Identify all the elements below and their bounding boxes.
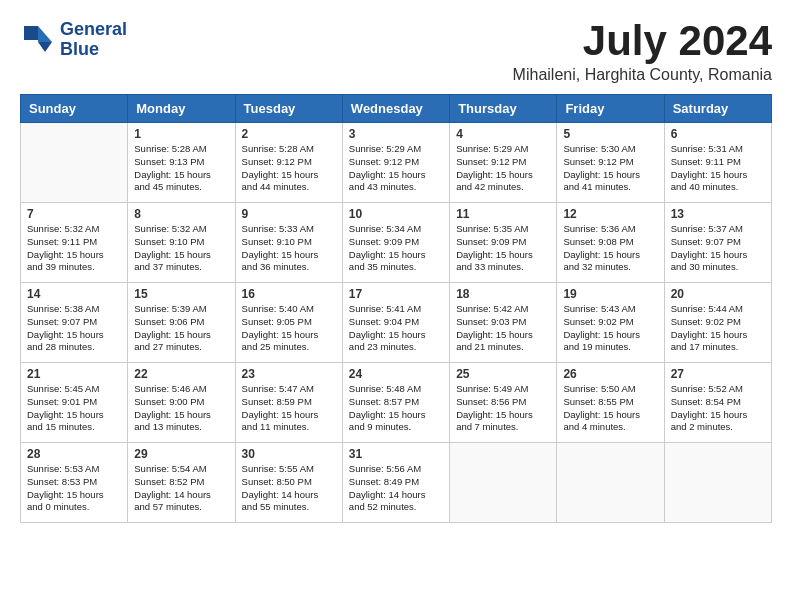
calendar-cell: 17Sunrise: 5:41 AM Sunset: 9:04 PM Dayli… xyxy=(342,283,449,363)
day-number: 15 xyxy=(134,287,228,301)
day-number: 16 xyxy=(242,287,336,301)
calendar-cell: 22Sunrise: 5:46 AM Sunset: 9:00 PM Dayli… xyxy=(128,363,235,443)
day-header-tuesday: Tuesday xyxy=(235,95,342,123)
day-number: 6 xyxy=(671,127,765,141)
day-info: Sunrise: 5:56 AM Sunset: 8:49 PM Dayligh… xyxy=(349,463,443,514)
day-header-monday: Monday xyxy=(128,95,235,123)
day-number: 11 xyxy=(456,207,550,221)
header-area: General Blue July 2024 Mihaileni, Harghi… xyxy=(20,20,772,84)
day-number: 13 xyxy=(671,207,765,221)
day-number: 4 xyxy=(456,127,550,141)
calendar-cell: 12Sunrise: 5:36 AM Sunset: 9:08 PM Dayli… xyxy=(557,203,664,283)
day-number: 27 xyxy=(671,367,765,381)
day-info: Sunrise: 5:29 AM Sunset: 9:12 PM Dayligh… xyxy=(456,143,550,194)
day-info: Sunrise: 5:45 AM Sunset: 9:01 PM Dayligh… xyxy=(27,383,121,434)
calendar-cell: 3Sunrise: 5:29 AM Sunset: 9:12 PM Daylig… xyxy=(342,123,449,203)
day-info: Sunrise: 5:44 AM Sunset: 9:02 PM Dayligh… xyxy=(671,303,765,354)
day-info: Sunrise: 5:53 AM Sunset: 8:53 PM Dayligh… xyxy=(27,463,121,514)
calendar-cell: 21Sunrise: 5:45 AM Sunset: 9:01 PM Dayli… xyxy=(21,363,128,443)
day-number: 24 xyxy=(349,367,443,381)
day-info: Sunrise: 5:43 AM Sunset: 9:02 PM Dayligh… xyxy=(563,303,657,354)
day-header-friday: Friday xyxy=(557,95,664,123)
calendar-cell: 24Sunrise: 5:48 AM Sunset: 8:57 PM Dayli… xyxy=(342,363,449,443)
svg-rect-2 xyxy=(24,26,38,40)
calendar-cell xyxy=(450,443,557,523)
day-info: Sunrise: 5:55 AM Sunset: 8:50 PM Dayligh… xyxy=(242,463,336,514)
calendar-cell: 15Sunrise: 5:39 AM Sunset: 9:06 PM Dayli… xyxy=(128,283,235,363)
day-number: 10 xyxy=(349,207,443,221)
day-number: 14 xyxy=(27,287,121,301)
calendar-cell: 20Sunrise: 5:44 AM Sunset: 9:02 PM Dayli… xyxy=(664,283,771,363)
day-header-sunday: Sunday xyxy=(21,95,128,123)
calendar-week-row: 14Sunrise: 5:38 AM Sunset: 9:07 PM Dayli… xyxy=(21,283,772,363)
location: Mihaileni, Harghita County, Romania xyxy=(513,66,772,84)
day-info: Sunrise: 5:40 AM Sunset: 9:05 PM Dayligh… xyxy=(242,303,336,354)
day-info: Sunrise: 5:52 AM Sunset: 8:54 PM Dayligh… xyxy=(671,383,765,434)
day-number: 25 xyxy=(456,367,550,381)
day-info: Sunrise: 5:54 AM Sunset: 8:52 PM Dayligh… xyxy=(134,463,228,514)
logo: General Blue xyxy=(20,20,127,60)
day-info: Sunrise: 5:35 AM Sunset: 9:09 PM Dayligh… xyxy=(456,223,550,274)
day-number: 21 xyxy=(27,367,121,381)
calendar-week-row: 7Sunrise: 5:32 AM Sunset: 9:11 PM Daylig… xyxy=(21,203,772,283)
day-number: 18 xyxy=(456,287,550,301)
month-year: July 2024 xyxy=(513,20,772,62)
day-info: Sunrise: 5:39 AM Sunset: 9:06 PM Dayligh… xyxy=(134,303,228,354)
calendar-cell: 9Sunrise: 5:33 AM Sunset: 9:10 PM Daylig… xyxy=(235,203,342,283)
calendar-cell: 1Sunrise: 5:28 AM Sunset: 9:13 PM Daylig… xyxy=(128,123,235,203)
calendar-cell: 29Sunrise: 5:54 AM Sunset: 8:52 PM Dayli… xyxy=(128,443,235,523)
day-info: Sunrise: 5:47 AM Sunset: 8:59 PM Dayligh… xyxy=(242,383,336,434)
day-info: Sunrise: 5:49 AM Sunset: 8:56 PM Dayligh… xyxy=(456,383,550,434)
calendar-cell: 8Sunrise: 5:32 AM Sunset: 9:10 PM Daylig… xyxy=(128,203,235,283)
day-number: 22 xyxy=(134,367,228,381)
day-info: Sunrise: 5:33 AM Sunset: 9:10 PM Dayligh… xyxy=(242,223,336,274)
day-number: 2 xyxy=(242,127,336,141)
calendar-cell: 14Sunrise: 5:38 AM Sunset: 9:07 PM Dayli… xyxy=(21,283,128,363)
day-info: Sunrise: 5:34 AM Sunset: 9:09 PM Dayligh… xyxy=(349,223,443,274)
calendar-cell: 5Sunrise: 5:30 AM Sunset: 9:12 PM Daylig… xyxy=(557,123,664,203)
day-number: 8 xyxy=(134,207,228,221)
day-number: 12 xyxy=(563,207,657,221)
calendar-week-row: 1Sunrise: 5:28 AM Sunset: 9:13 PM Daylig… xyxy=(21,123,772,203)
day-header-saturday: Saturday xyxy=(664,95,771,123)
day-number: 20 xyxy=(671,287,765,301)
day-number: 1 xyxy=(134,127,228,141)
title-area: July 2024 Mihaileni, Harghita County, Ro… xyxy=(513,20,772,84)
calendar-cell: 11Sunrise: 5:35 AM Sunset: 9:09 PM Dayli… xyxy=(450,203,557,283)
day-info: Sunrise: 5:28 AM Sunset: 9:13 PM Dayligh… xyxy=(134,143,228,194)
day-info: Sunrise: 5:30 AM Sunset: 9:12 PM Dayligh… xyxy=(563,143,657,194)
day-number: 26 xyxy=(563,367,657,381)
logo-text: General Blue xyxy=(60,20,127,60)
day-header-wednesday: Wednesday xyxy=(342,95,449,123)
calendar-cell: 4Sunrise: 5:29 AM Sunset: 9:12 PM Daylig… xyxy=(450,123,557,203)
day-number: 28 xyxy=(27,447,121,461)
calendar-cell: 2Sunrise: 5:28 AM Sunset: 9:12 PM Daylig… xyxy=(235,123,342,203)
calendar-cell: 30Sunrise: 5:55 AM Sunset: 8:50 PM Dayli… xyxy=(235,443,342,523)
day-number: 19 xyxy=(563,287,657,301)
day-info: Sunrise: 5:29 AM Sunset: 9:12 PM Dayligh… xyxy=(349,143,443,194)
day-number: 30 xyxy=(242,447,336,461)
day-info: Sunrise: 5:50 AM Sunset: 8:55 PM Dayligh… xyxy=(563,383,657,434)
day-info: Sunrise: 5:46 AM Sunset: 9:00 PM Dayligh… xyxy=(134,383,228,434)
day-info: Sunrise: 5:36 AM Sunset: 9:08 PM Dayligh… xyxy=(563,223,657,274)
day-info: Sunrise: 5:42 AM Sunset: 9:03 PM Dayligh… xyxy=(456,303,550,354)
day-info: Sunrise: 5:28 AM Sunset: 9:12 PM Dayligh… xyxy=(242,143,336,194)
day-number: 17 xyxy=(349,287,443,301)
logo-line1: General xyxy=(60,20,127,40)
calendar-cell: 13Sunrise: 5:37 AM Sunset: 9:07 PM Dayli… xyxy=(664,203,771,283)
day-info: Sunrise: 5:48 AM Sunset: 8:57 PM Dayligh… xyxy=(349,383,443,434)
day-number: 3 xyxy=(349,127,443,141)
calendar-cell: 18Sunrise: 5:42 AM Sunset: 9:03 PM Dayli… xyxy=(450,283,557,363)
calendar-cell: 10Sunrise: 5:34 AM Sunset: 9:09 PM Dayli… xyxy=(342,203,449,283)
calendar-week-row: 28Sunrise: 5:53 AM Sunset: 8:53 PM Dayli… xyxy=(21,443,772,523)
day-info: Sunrise: 5:37 AM Sunset: 9:07 PM Dayligh… xyxy=(671,223,765,274)
calendar-cell: 27Sunrise: 5:52 AM Sunset: 8:54 PM Dayli… xyxy=(664,363,771,443)
calendar-week-row: 21Sunrise: 5:45 AM Sunset: 9:01 PM Dayli… xyxy=(21,363,772,443)
calendar: SundayMondayTuesdayWednesdayThursdayFrid… xyxy=(20,94,772,523)
day-info: Sunrise: 5:38 AM Sunset: 9:07 PM Dayligh… xyxy=(27,303,121,354)
day-number: 9 xyxy=(242,207,336,221)
day-info: Sunrise: 5:32 AM Sunset: 9:10 PM Dayligh… xyxy=(134,223,228,274)
calendar-cell: 26Sunrise: 5:50 AM Sunset: 8:55 PM Dayli… xyxy=(557,363,664,443)
day-number: 23 xyxy=(242,367,336,381)
day-number: 29 xyxy=(134,447,228,461)
